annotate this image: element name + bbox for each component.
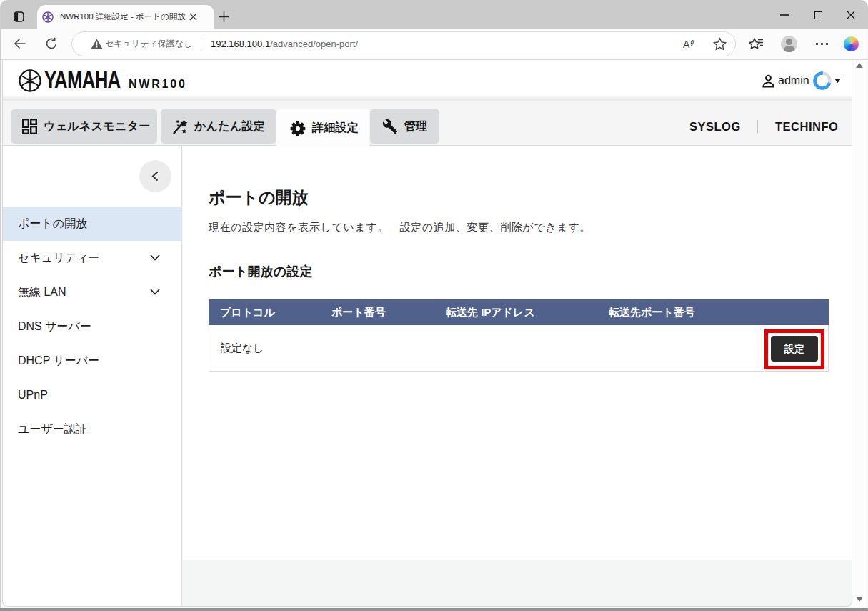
svg-text:A: A: [683, 39, 690, 50]
